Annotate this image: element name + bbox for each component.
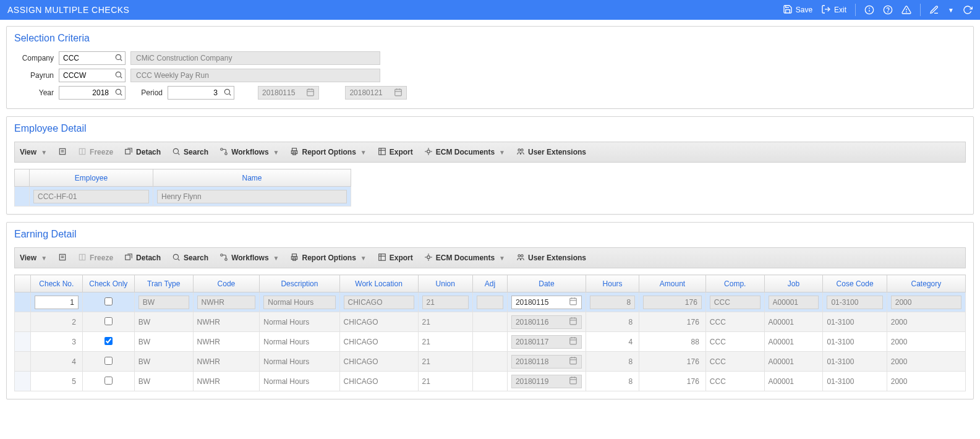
col-cose-code[interactable]: Cose Code <box>823 275 887 292</box>
calendar-icon[interactable] <box>569 297 577 307</box>
form-letter-button[interactable] <box>58 147 67 158</box>
cell-date[interactable]: 20180118 <box>507 352 586 372</box>
col-employee[interactable]: Employee <box>30 169 153 187</box>
col-description[interactable]: Description <box>260 275 339 292</box>
cell-description[interactable] <box>260 292 339 312</box>
chevron-down-icon[interactable]: ▼ <box>948 7 954 14</box>
search-icon[interactable] <box>113 53 125 64</box>
cell-check-only[interactable] <box>82 372 134 391</box>
cell-adj[interactable] <box>472 292 507 312</box>
col-name[interactable]: Name <box>153 169 351 187</box>
search-button[interactable]: Search <box>172 253 208 263</box>
cell-date[interactable]: 20180119 <box>507 372 586 391</box>
table-row[interactable]: 2 BW NWHR Normal Hours CHICAGO 21 201801… <box>15 312 966 332</box>
table-row[interactable]: 4 BW NWHR Normal Hours CHICAGO 21 201801… <box>15 352 966 372</box>
info-icon[interactable] <box>864 5 874 15</box>
col-check-no[interactable]: Check No. <box>30 275 82 292</box>
cell-check-only[interactable] <box>82 352 134 372</box>
table-row[interactable]: 3 BW NWHR Normal Hours CHICAGO 21 201801… <box>15 332 966 352</box>
description-field[interactable] <box>263 296 335 309</box>
calendar-icon[interactable] <box>569 336 577 347</box>
col-check-only[interactable]: Check Only <box>82 275 134 292</box>
cell-date[interactable]: 20180115 <box>507 292 586 312</box>
code-field[interactable] <box>197 296 256 309</box>
warning-icon[interactable] <box>901 5 911 15</box>
user-extensions-button[interactable]: User Extensions <box>516 253 586 263</box>
year-input[interactable] <box>59 86 126 100</box>
cell-date[interactable]: 20180117 <box>507 332 586 352</box>
detach-button[interactable]: Detach <box>124 147 161 158</box>
exit-button[interactable]: Exit <box>821 4 846 16</box>
col-code[interactable]: Code <box>193 275 260 292</box>
detach-button[interactable]: Detach <box>124 253 161 263</box>
ecm-documents-menu[interactable]: ECM Documents▼ <box>424 147 505 158</box>
check-only-checkbox[interactable] <box>104 377 113 385</box>
export-button[interactable]: Export <box>378 253 413 263</box>
cell-hours[interactable] <box>586 292 639 312</box>
job-field[interactable] <box>769 296 819 309</box>
union-field[interactable] <box>422 296 469 309</box>
view-menu[interactable]: View▼ <box>20 148 47 156</box>
tran-type-field[interactable] <box>138 296 189 309</box>
cell-work-location[interactable] <box>339 292 418 312</box>
comp-field[interactable] <box>710 296 761 309</box>
cell-cose-code[interactable] <box>823 292 887 312</box>
work-location-field[interactable] <box>344 296 414 309</box>
search-button[interactable]: Search <box>172 147 208 158</box>
period-input[interactable] <box>168 86 234 100</box>
col-job[interactable]: Job <box>764 275 823 292</box>
table-row[interactable]: 20180115 <box>15 292 966 312</box>
check-only-checkbox[interactable] <box>104 317 113 325</box>
row-selector[interactable] <box>15 352 31 372</box>
category-field[interactable] <box>891 296 961 309</box>
cell-employee[interactable] <box>30 187 153 207</box>
amount-field[interactable] <box>643 296 702 309</box>
col-comp[interactable]: Comp. <box>705 275 764 292</box>
check-only-checkbox[interactable] <box>104 357 113 365</box>
col-category[interactable]: Category <box>887 275 965 292</box>
user-extensions-button[interactable]: User Extensions <box>516 147 586 158</box>
check-only-checkbox[interactable] <box>104 337 113 345</box>
row-selector[interactable] <box>15 292 31 312</box>
col-adj[interactable]: Adj <box>472 275 507 292</box>
view-menu[interactable]: View▼ <box>20 254 47 262</box>
cell-amount[interactable] <box>639 292 706 312</box>
name-field[interactable] <box>157 190 347 203</box>
col-amount[interactable]: Amount <box>639 275 706 292</box>
payrun-input[interactable] <box>59 69 126 82</box>
freeze-button[interactable]: Freeze <box>78 147 113 158</box>
check-only-checkbox[interactable] <box>104 297 113 305</box>
col-work-location[interactable]: Work Location <box>339 275 418 292</box>
report-options-menu[interactable]: Report Options▼ <box>290 253 366 263</box>
cell-check-only[interactable] <box>82 292 134 312</box>
cell-job[interactable] <box>764 292 823 312</box>
payrun-field[interactable] <box>59 69 113 82</box>
hours-field[interactable] <box>590 296 635 309</box>
save-button[interactable]: Save <box>783 4 812 16</box>
cell-check-only[interactable] <box>82 312 134 332</box>
ecm-documents-menu[interactable]: ECM Documents▼ <box>424 253 505 263</box>
adj-field[interactable] <box>477 296 503 309</box>
table-row[interactable]: 5 BW NWHR Normal Hours CHICAGO 21 201801… <box>15 372 966 391</box>
col-union[interactable]: Union <box>418 275 472 292</box>
workflows-menu[interactable]: Workflows▼ <box>219 253 279 263</box>
search-icon[interactable] <box>113 70 125 81</box>
row-selector[interactable] <box>15 187 30 207</box>
cell-comp[interactable] <box>705 292 764 312</box>
edit-icon[interactable] <box>929 5 939 15</box>
export-button[interactable]: Export <box>378 147 413 158</box>
workflows-menu[interactable]: Workflows▼ <box>219 147 279 158</box>
company-input[interactable] <box>59 51 126 65</box>
cell-union[interactable] <box>418 292 472 312</box>
col-date[interactable]: Date <box>507 275 586 292</box>
cell-tran-type[interactable] <box>134 292 193 312</box>
search-icon[interactable] <box>221 88 234 98</box>
form-letter-button[interactable] <box>58 253 67 263</box>
calendar-icon[interactable] <box>569 376 577 386</box>
year-field[interactable] <box>59 87 113 99</box>
calendar-icon[interactable] <box>569 317 577 327</box>
row-selector[interactable] <box>15 372 31 391</box>
help-icon[interactable] <box>883 5 893 15</box>
company-field[interactable] <box>59 52 113 64</box>
calendar-icon[interactable] <box>569 356 577 367</box>
